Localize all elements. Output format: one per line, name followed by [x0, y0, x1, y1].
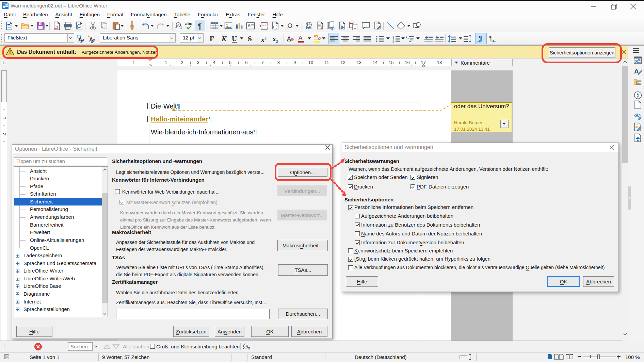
svg-text:¶: ¶: [489, 35, 493, 42]
svg-text:d: d: [180, 26, 182, 30]
svg-text:(i): (i): [331, 26, 335, 30]
svg-text:(–): (–): [273, 24, 277, 29]
svg-text:¶: ¶: [198, 22, 202, 30]
svg-text:Ω: Ω: [287, 22, 293, 30]
svg-text:1: 1: [320, 26, 322, 29]
svg-text:3: 3: [392, 40, 394, 43]
svg-text:A: A: [247, 23, 251, 28]
svg-text:A: A: [299, 35, 303, 41]
svg-text:a: a: [177, 23, 179, 27]
svg-text:A: A: [287, 35, 291, 42]
svg-text:1: 1: [406, 35, 407, 38]
svg-text:ab: ab: [314, 35, 319, 39]
svg-text:d: d: [248, 346, 250, 350]
